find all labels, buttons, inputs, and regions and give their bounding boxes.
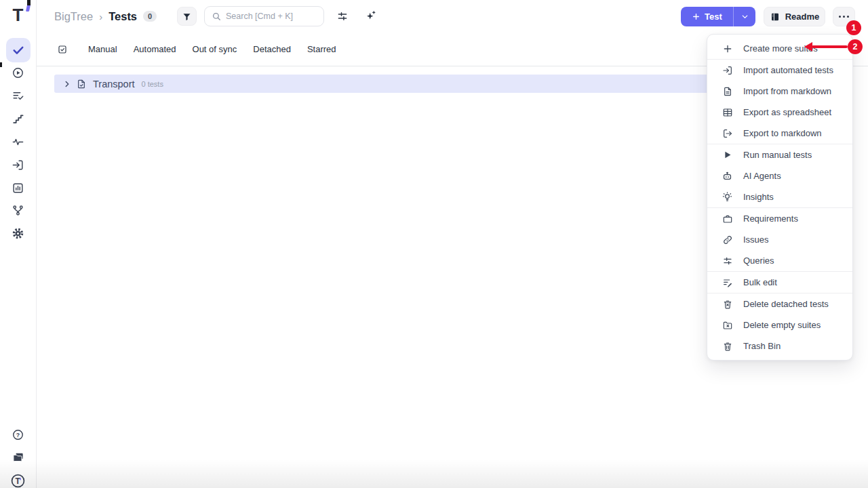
bottom-fade <box>0 460 868 488</box>
menu-item-import-automated-tests[interactable]: Import automated tests <box>707 60 852 81</box>
funnel-icon <box>182 12 192 22</box>
ai-assistant-button[interactable] <box>364 9 377 22</box>
select-all-button[interactable] <box>57 44 68 55</box>
filter-button[interactable] <box>177 7 197 26</box>
spreadsheet-icon <box>722 107 733 118</box>
tab-detached[interactable]: Detached <box>253 44 291 54</box>
menu-item-delete-detached-tests[interactable]: Delete detached tests <box>707 293 852 314</box>
sidebar-item-settings[interactable] <box>6 221 31 245</box>
tab-manual[interactable]: Manual <box>88 44 117 54</box>
menu-group-delete: Delete detached tests Delete empty suite… <box>707 293 852 357</box>
svg-text:T: T <box>15 476 20 485</box>
sidebar-item-help[interactable]: ? <box>6 422 31 447</box>
sidebar-item-activity[interactable] <box>6 129 31 154</box>
menu-item-import-from-markdown[interactable]: Import from markdown <box>707 81 852 102</box>
stairs-icon <box>12 113 24 125</box>
logo-letter: T <box>13 6 24 24</box>
suite-test-count: 0 tests <box>142 80 163 88</box>
svg-text:?: ? <box>16 431 20 438</box>
menu-item-label: Queries <box>743 256 774 266</box>
expand-chevron-icon[interactable] <box>62 79 72 89</box>
menu-item-label: Import from markdown <box>743 86 831 96</box>
menu-item-create-more-suites[interactable]: Create more suites <box>707 38 852 59</box>
export-icon <box>722 128 733 139</box>
breadcrumb-project[interactable]: BigTree <box>54 10 93 23</box>
sidebar-item-analytics[interactable] <box>6 176 31 200</box>
menu-item-trash-bin[interactable]: Trash Bin <box>707 336 852 357</box>
annotation-arrow-line <box>812 45 848 48</box>
list-check-icon <box>12 89 24 102</box>
readme-button[interactable]: Readme <box>764 7 825 26</box>
tab-out-of-sync[interactable]: Out of sync <box>193 44 237 54</box>
menu-item-label: Delete empty suites <box>743 320 821 330</box>
create-test-button[interactable]: Test <box>681 7 734 26</box>
screen-artifact <box>27 0 31 5</box>
briefcase-icon <box>722 214 733 224</box>
sidebar-item-runs[interactable] <box>6 61 31 85</box>
file-markdown-icon <box>722 86 733 97</box>
profile-logo-icon: T <box>10 473 26 488</box>
play-circle-icon <box>12 66 24 79</box>
menu-item-label: Trash Bin <box>743 341 781 351</box>
trash-x-icon <box>722 299 733 310</box>
sidebar-item-tests[interactable] <box>6 38 31 62</box>
sidebar-item-profile[interactable]: T <box>6 468 31 488</box>
folders-icon <box>12 451 25 464</box>
tests-count-badge: 0 <box>143 11 157 22</box>
sidebar-item-test-plans[interactable] <box>6 83 31 108</box>
create-test-label: Test <box>705 12 722 22</box>
branch-icon <box>12 204 24 217</box>
menu-group-run-ai: Run manual tests AI Agents Insights <box>707 144 852 207</box>
annotation-step-1-badge: 1 <box>846 20 861 35</box>
view-settings-button[interactable] <box>336 10 349 22</box>
menu-item-label: Insights <box>743 192 774 202</box>
sidebar-item-steps[interactable] <box>6 106 31 131</box>
sliders-icon <box>722 256 733 266</box>
menu-item-delete-empty-suites[interactable]: Delete empty suites <box>707 314 852 336</box>
breadcrumb-separator: › <box>99 11 102 22</box>
chevron-down-icon <box>741 12 749 21</box>
menu-item-label: Export to markdown <box>743 128 822 138</box>
menu-item-label: Bulk edit <box>743 277 777 287</box>
search-box <box>204 6 324 26</box>
menu-item-issues[interactable]: Issues <box>707 229 852 250</box>
menu-item-label: Export as spreadsheet <box>743 107 831 117</box>
sidebar-item-branches[interactable] <box>6 199 31 223</box>
app-window: T ? <box>0 0 868 488</box>
sliders-icon <box>336 10 349 22</box>
search-input[interactable] <box>226 12 307 21</box>
readme-book-icon <box>770 12 781 22</box>
menu-item-requirements[interactable]: Requirements <box>707 208 852 229</box>
menu-item-export-to-markdown[interactable]: Export to markdown <box>707 123 852 144</box>
app-logo[interactable]: T <box>8 5 28 25</box>
plus-icon <box>692 12 701 21</box>
tab-bar: Manual Automated Out of sync Detached St… <box>57 33 336 66</box>
tab-starred[interactable]: Starred <box>307 44 336 54</box>
sidebar: T ? <box>0 0 37 488</box>
search-icon <box>212 12 221 21</box>
trash-icon <box>722 341 733 352</box>
menu-group-import-export: Import automated tests Import from markd… <box>707 59 852 144</box>
sliders-icon <box>722 256 733 266</box>
tab-automated[interactable]: Automated <box>134 44 176 54</box>
play-icon <box>722 150 732 160</box>
annotation-step-2-badge: 2 <box>848 39 863 54</box>
spreadsheet-icon <box>722 107 733 118</box>
create-test-dropdown-button[interactable] <box>734 7 755 26</box>
menu-item-insights[interactable]: Insights <box>707 186 852 207</box>
export-icon <box>722 128 733 139</box>
import-icon <box>722 65 733 76</box>
menu-group-create: Create more suites <box>707 38 852 59</box>
lightbulb-icon <box>722 191 733 203</box>
sidebar-item-import[interactable] <box>6 152 31 177</box>
menu-item-queries[interactable]: Queries <box>707 250 852 271</box>
help-icon: ? <box>12 428 24 441</box>
menu-item-export-as-spreadsheet[interactable]: Export as spreadsheet <box>707 102 852 123</box>
menu-item-bulk-edit[interactable]: Bulk edit <box>707 272 852 293</box>
menu-item-label: Issues <box>743 235 769 245</box>
logo-tick <box>25 5 30 12</box>
menu-item-run-manual-tests[interactable]: Run manual tests <box>707 144 852 165</box>
sidebar-item-projects[interactable] <box>6 445 31 470</box>
menu-item-ai-agents[interactable]: AI Agents <box>707 165 852 186</box>
menu-item-label: Delete detached tests <box>743 299 829 309</box>
